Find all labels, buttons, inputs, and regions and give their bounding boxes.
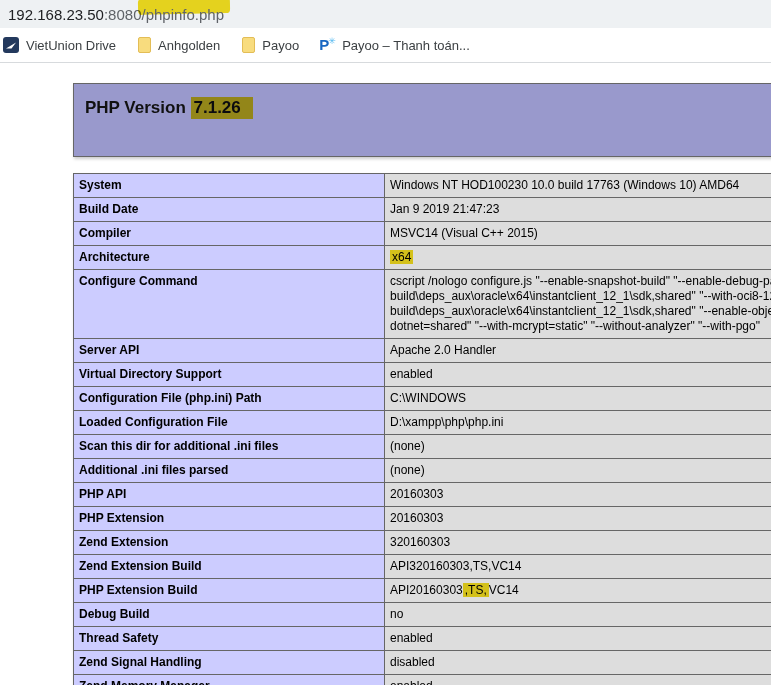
bookmark-label: Payoo – Thanh toán... [342, 38, 470, 53]
info-row: CompilerMSVC14 (Visual C++ 2015) [74, 222, 771, 246]
info-label: PHP Extension [74, 507, 385, 531]
address-bar[interactable]: 192.168.23.50:8080/phpinfo.php [0, 0, 771, 28]
info-value: MSVC14 (Visual C++ 2015) [385, 222, 771, 246]
info-value: x64 [385, 246, 771, 270]
info-row: Build DateJan 9 2019 21:47:23 [74, 198, 771, 222]
info-label: Thread Safety [74, 627, 385, 651]
bookmark-label: Anhgolden [158, 38, 220, 53]
info-label: Build Date [74, 198, 385, 222]
info-label: Configure Command [74, 270, 385, 339]
info-row: Zend Extension320160303 [74, 531, 771, 555]
info-row: Architecturex64 [74, 246, 771, 270]
vietunion-drive-favicon [3, 37, 19, 53]
info-value: enabled [385, 675, 771, 685]
bookmark-payoo[interactable]: Payoo [240, 37, 299, 53]
info-row: Zend Signal Handlingdisabled [74, 651, 771, 675]
value-highlight-annotation: ,TS, [463, 583, 489, 597]
info-row: Additional .ini files parsed(none) [74, 459, 771, 483]
info-label: Architecture [74, 246, 385, 270]
url-port: :8080 [104, 6, 142, 23]
browser-window: 192.168.23.50:8080/phpinfo.php VietUnion… [0, 0, 771, 685]
info-label: Additional .ini files parsed [74, 459, 385, 483]
info-row: Scan this dir for additional .ini files(… [74, 435, 771, 459]
yellow-note-favicon [138, 37, 151, 53]
phpinfo-table: SystemWindows NT HOD100230 10.0 build 17… [73, 173, 771, 685]
info-row: SystemWindows NT HOD100230 10.0 build 17… [74, 174, 771, 198]
info-value: enabled [385, 363, 771, 387]
info-label: Virtual Directory Support [74, 363, 385, 387]
info-label: Debug Build [74, 603, 385, 627]
star-icon: ✳ [328, 33, 336, 49]
info-value: Apache 2.0 Handler [385, 339, 771, 363]
info-label: Loaded Configuration File [74, 411, 385, 435]
bookmark-vietunion-drive[interactable]: VietUnion Drive [3, 37, 116, 53]
info-value: disabled [385, 651, 771, 675]
info-row: Zend Extension BuildAPI320160303,TS,VC14 [74, 555, 771, 579]
info-row: Loaded Configuration FileD:\xampp\php\ph… [74, 411, 771, 435]
info-row: Debug Buildno [74, 603, 771, 627]
info-label: PHP Extension Build [74, 579, 385, 603]
info-row: Virtual Directory Supportenabled [74, 363, 771, 387]
phpinfo-table-body: SystemWindows NT HOD100230 10.0 build 17… [74, 174, 771, 685]
info-row: Zend Memory Managerenabled [74, 675, 771, 685]
value-highlight-annotation: x64 [390, 250, 413, 264]
info-label: System [74, 174, 385, 198]
info-value: 20160303 [385, 483, 771, 507]
info-value: 20160303 [385, 507, 771, 531]
info-row: PHP Extension20160303 [74, 507, 771, 531]
info-label: Compiler [74, 222, 385, 246]
info-label: Server API [74, 339, 385, 363]
info-value: (none) [385, 459, 771, 483]
bookmark-label: Payoo [262, 38, 299, 53]
info-value: 320160303 [385, 531, 771, 555]
version-highlight-annotation: 7.1.26 [191, 97, 253, 119]
page-title: PHP Version 7.1.26 [85, 98, 771, 118]
info-label: Zend Extension Build [74, 555, 385, 579]
info-value: API20160303,TS,VC14 [385, 579, 771, 603]
info-row: Configuration File (php.ini) PathC:\WIND… [74, 387, 771, 411]
info-label: Zend Extension [74, 531, 385, 555]
php-version-header: PHP Version 7.1.26 [73, 83, 771, 157]
url-path: /phpinfo.php [141, 6, 224, 23]
bookmark-payoo-thanh-toan[interactable]: P✳ Payoo – Thanh toán... [319, 37, 470, 53]
info-label: Zend Memory Manager [74, 675, 385, 685]
info-value: D:\xampp\php\php.ini [385, 411, 771, 435]
bookmark-anhgolden[interactable]: Anhgolden [136, 37, 220, 53]
url-host: 192.168.23.50 [8, 6, 104, 23]
info-row: Server APIApache 2.0 Handler [74, 339, 771, 363]
info-row: Thread Safetyenabled [74, 627, 771, 651]
info-value: cscript /nologo configure.js "--enable-s… [385, 270, 771, 339]
info-label: Scan this dir for additional .ini files [74, 435, 385, 459]
info-row: PHP API20160303 [74, 483, 771, 507]
info-row: PHP Extension BuildAPI20160303,TS,VC14 [74, 579, 771, 603]
bookmarks-bar: VietUnion Drive Anhgolden Payoo P✳ Payoo… [0, 28, 771, 63]
info-label: Configuration File (php.ini) Path [74, 387, 385, 411]
yellow-note-favicon [242, 37, 255, 53]
payoo-favicon: P✳ [319, 37, 335, 53]
info-label: PHP API [74, 483, 385, 507]
bookmark-label: VietUnion Drive [26, 38, 116, 53]
info-value: Windows NT HOD100230 10.0 build 17763 (W… [385, 174, 771, 198]
info-value: Jan 9 2019 21:47:23 [385, 198, 771, 222]
info-value: no [385, 603, 771, 627]
info-row: Configure Commandcscript /nologo configu… [74, 270, 771, 339]
info-value: enabled [385, 627, 771, 651]
info-value: API320160303,TS,VC14 [385, 555, 771, 579]
info-value: (none) [385, 435, 771, 459]
info-label: Zend Signal Handling [74, 651, 385, 675]
info-value: C:\WINDOWS [385, 387, 771, 411]
phpinfo-page: PHP Version 7.1.26 SystemWindows NT HOD1… [0, 63, 771, 685]
